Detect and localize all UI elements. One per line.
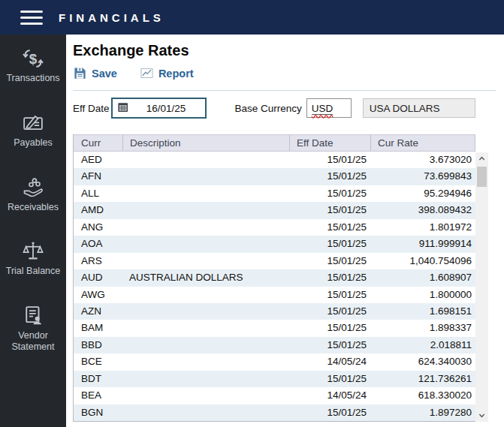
table-row[interactable]: AUD AUSTRALIAN DOLLARS 15/01/25 1.608907 [74,269,475,286]
column-header-description[interactable]: Description [123,135,290,151]
svg-text:$: $ [29,51,38,67]
column-header-cur-rate[interactable]: Cur Rate [371,135,475,151]
payables-icon [22,112,44,134]
cell-eff-date: 15/01/25 [290,202,371,218]
app-title: FINANCIALS [59,11,164,24]
cell-description [123,337,290,353]
toolbar: Save Report [73,66,504,80]
cell-cur-rate: 618.330020 [371,387,475,404]
app-window: FINANCIALS $ Transactions [0,0,504,427]
table-row[interactable]: BDT 15/01/25 121.736261 [74,371,475,387]
cell-cur-rate: 121.736261 [371,371,475,387]
cell-curr: BBD [74,337,123,353]
filter-form: Eff Date Base Currency USD USA DO [73,98,504,119]
cell-eff-date: 15/01/25 [290,287,371,303]
cell-eff-date: 15/01/25 [290,269,371,286]
table-row[interactable]: BCE 14/05/24 624.340030 [74,353,475,370]
receivables-icon [22,176,44,199]
table-body: AED 15/01/25 3.673020 AFN 15/01/25 73.69… [74,152,475,421]
calendar-button[interactable] [113,99,132,117]
scrollbar-thumb[interactable] [477,167,487,187]
sidebar-item-label: Payables [14,137,52,149]
cell-eff-date: 15/01/25 [290,320,371,336]
exchange-rates-table: Curr Description Eff Date Cur Rate AED 1… [73,134,488,422]
table-header-row: Curr Description Eff Date Cur Rate [74,134,475,152]
sidebar-item-label: Receivables [8,202,59,213]
toolbar-divider [73,90,496,91]
cell-curr: BAM [74,320,123,336]
sidebar-item-trial-balance[interactable]: Trial Balance [2,240,65,277]
cell-cur-rate: 3.673020 [371,152,475,168]
cell-cur-rate: 1.898337 [371,320,475,336]
scroll-up-button[interactable] [475,152,488,165]
table-row[interactable]: AZN 15/01/25 1.698151 [74,303,475,320]
page-title: Exchange Rates [73,42,504,59]
cell-eff-date: 14/05/24 [290,353,371,370]
cell-curr: AMD [74,202,123,218]
cell-curr: AWG [74,287,123,303]
save-icon [73,66,87,80]
cell-eff-date: 15/01/25 [290,303,371,320]
table-row[interactable]: BGN 15/01/25 1.897280 [74,404,475,421]
base-currency-input[interactable]: USD [306,98,352,118]
column-header-eff-date[interactable]: Eff Date [290,135,371,151]
table-row[interactable]: AWG 15/01/25 1.800000 [74,287,475,303]
table-row[interactable]: BEA 14/05/24 618.330020 [74,387,475,404]
spellcheck-underline: USD [312,103,333,114]
base-currency-label: Base Currency [235,103,302,114]
cell-description [123,387,290,404]
cell-curr: AZN [74,303,123,320]
cell-description [123,185,290,202]
table-row[interactable]: ARS 15/01/25 1,040.754096 [74,253,475,269]
report-button[interactable]: Report [140,66,194,80]
save-button[interactable]: Save [73,66,117,80]
cell-eff-date: 15/01/25 [290,152,371,168]
cell-description [123,353,290,370]
table-row[interactable]: BBD 15/01/25 2.018811 [74,337,475,353]
sidebar: $ Transactions Payables [0,35,66,427]
column-header-curr[interactable]: Curr [74,135,123,151]
transactions-icon: $ [22,47,44,70]
cell-eff-date: 15/01/25 [290,371,371,387]
hamburger-icon [20,11,43,13]
cell-curr: BDT [74,371,123,387]
cell-curr: BEA [74,387,123,404]
cell-description [123,236,290,252]
cell-description [123,287,290,303]
cell-cur-rate: 398.089432 [371,202,475,218]
table-row[interactable]: ALL 15/01/25 95.294946 [74,185,475,202]
main-row: $ Transactions Payables [0,35,504,427]
menu-button[interactable] [19,9,44,26]
save-button-label: Save [92,68,117,80]
base-currency-name-field: USA DOLLARS [363,98,475,118]
cell-curr: AFN [74,168,123,185]
sidebar-item-receivables[interactable]: Receivables [2,176,65,213]
scroll-down-button[interactable] [475,409,488,422]
cell-description [123,202,290,218]
sidebar-item-transactions[interactable]: $ Transactions [2,47,65,84]
content: Exchange Rates Save [66,35,504,427]
table-row[interactable]: AED 15/01/25 3.673020 [74,152,475,168]
cell-description [123,371,290,387]
cell-curr: AOA [74,236,123,252]
table-row[interactable]: ANG 15/01/25 1.801972 [74,219,475,236]
sidebar-item-label: Trial Balance [6,266,61,277]
cell-cur-rate: 1,040.754096 [371,253,475,269]
table-row[interactable]: BAM 15/01/25 1.898337 [74,320,475,336]
eff-date-input[interactable] [132,103,205,114]
cell-eff-date: 15/01/25 [290,337,371,353]
table-row[interactable]: AOA 15/01/25 911.999914 [74,236,475,252]
cell-eff-date: 15/01/25 [290,168,371,185]
sidebar-item-payables[interactable]: Payables [2,112,65,149]
sidebar-item-vendor-statement[interactable]: Vendor Statement [2,305,65,353]
table-row[interactable]: AMD 15/01/25 398.089432 [74,202,475,218]
cell-cur-rate: 95.294946 [371,185,475,202]
cell-eff-date: 15/01/25 [290,253,371,269]
table-row[interactable]: AFN 15/01/25 73.699843 [74,168,475,185]
sidebar-item-label: Vendor Statement [2,330,65,353]
cell-cur-rate: 1.800000 [371,287,475,303]
trial-balance-icon [22,240,44,263]
cell-eff-date: 15/01/25 [290,185,371,202]
cell-eff-date: 14/05/24 [290,387,371,404]
table-scrollbar[interactable] [475,152,488,422]
